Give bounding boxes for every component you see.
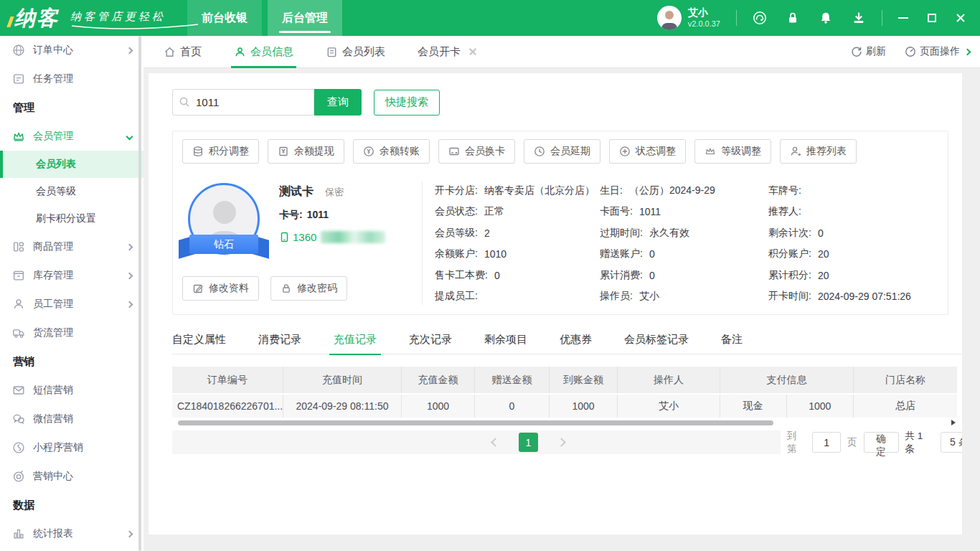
level-adjust-button[interactable]: 等级调整 (694, 139, 771, 164)
tab-member-list[interactable]: 会员列表 (326, 36, 385, 68)
main-content: 查询 快捷搜索 积分调整 余额提现 余额转账 会 (143, 68, 980, 551)
edit-profile-button[interactable]: 修改资料 (182, 276, 259, 301)
button-label: 会员换卡 (465, 145, 505, 158)
confirm-button[interactable]: 确定 (864, 432, 899, 453)
sidebar-item-card-points-setting[interactable]: 刷卡积分设置 (0, 205, 143, 232)
topbar-icons (753, 11, 866, 25)
sidebar-item-wechat-marketing[interactable]: 微信营销 (0, 405, 143, 433)
info-field: 推荐人: (768, 202, 942, 223)
card-icon (448, 146, 460, 157)
tab-custom-attributes[interactable]: 自定义属性 (172, 326, 226, 354)
tab-front-cashier[interactable]: 前台收银 (187, 0, 262, 36)
tab-consume-records[interactable]: 消费记录 (258, 326, 301, 354)
tab-member-info[interactable]: 会员信息 (234, 36, 293, 68)
tab-coupons[interactable]: 优惠券 (560, 326, 592, 354)
tab-remarks[interactable]: 备注 (721, 326, 743, 354)
sidebar-item-miniapp-marketing[interactable]: 小程序营销 (0, 433, 143, 462)
sidebar-item-member-manage[interactable]: 会员管理 (0, 122, 143, 151)
user-info[interactable]: 艾小 v2.0.0.37 (657, 6, 720, 30)
tab-remaining-items[interactable]: 剩余项目 (484, 326, 527, 354)
sidebar-item-goods-manage[interactable]: 商品管理 (0, 232, 143, 261)
sidebar-item-partial[interactable] (0, 548, 143, 551)
sidebar-item-inventory-manage[interactable]: 库存管理 (0, 261, 143, 290)
member-card-swap-button[interactable]: 会员换卡 (438, 139, 515, 164)
page-ops-button[interactable]: 页面操作 (905, 45, 970, 58)
sidebar-item-sms-marketing[interactable]: 短信营销 (0, 376, 143, 405)
cell-operator: 艾小 (618, 395, 720, 418)
info-field: 卡面号:1011 (600, 202, 768, 223)
refresh-icon (851, 46, 862, 57)
query-button[interactable]: 查询 (314, 89, 362, 116)
balance-withdraw-button[interactable]: 余额提现 (268, 139, 344, 164)
lock-icon[interactable] (786, 11, 800, 25)
tab-member-open-card[interactable]: 会员开卡 (418, 36, 476, 68)
phone-icon (279, 232, 290, 242)
info-field: 提成员工: (435, 286, 600, 308)
download-icon[interactable] (852, 11, 866, 25)
chevron-right-icon (126, 243, 133, 250)
sidebar-item-staff-manage[interactable]: 员工管理 (0, 290, 143, 319)
scrollbar-right-arrow[interactable] (951, 420, 956, 425)
support-icon[interactable] (753, 11, 767, 25)
maximize-button[interactable] (928, 14, 936, 22)
member-icon (234, 46, 246, 58)
prev-page-icon[interactable] (491, 438, 500, 447)
close-button[interactable] (956, 13, 966, 23)
sidebar-item-member-list[interactable]: 会员列表 (0, 151, 143, 178)
sidebar-scrollbar[interactable] (138, 36, 141, 551)
app-tagline: 纳客管店更轻松 (70, 10, 166, 31)
search-input[interactable] (172, 89, 314, 116)
quick-search-button[interactable]: 快捷搜索 (374, 90, 440, 116)
edit-password-button[interactable]: 修改密码 (270, 276, 347, 301)
close-tab-icon[interactable] (469, 48, 476, 55)
status-adjust-button[interactable]: 状态调整 (609, 139, 686, 164)
app-version: v2.0.0.37 (688, 19, 720, 29)
tagline-swoosh-icon (70, 24, 199, 31)
tab-times-records[interactable]: 充次记录 (409, 326, 452, 354)
info-field: 会员等级:2 (435, 222, 600, 244)
goods-icon (11, 240, 26, 254)
minimize-button[interactable] (898, 17, 908, 19)
cell-payment-info: 现金 1000 (720, 395, 854, 418)
referral-list-button[interactable]: 推荐列表 (780, 139, 857, 164)
sidebar-item-label: 营销中心 (33, 470, 73, 483)
balance-transfer-button[interactable]: 余额转账 (353, 139, 430, 164)
info-field: 累计积分:20 (768, 265, 942, 286)
scrollbar-thumb[interactable] (178, 420, 773, 425)
member-action-buttons: 积分调整 余额提现 余额转账 会员换卡 会员延期 (173, 131, 948, 164)
clock-icon (534, 146, 545, 157)
current-page[interactable]: 1 (519, 433, 538, 452)
sidebar-item-order-center[interactable]: 订单中心 (0, 36, 143, 65)
button-label: 状态调整 (636, 145, 676, 158)
crown-icon (11, 129, 26, 143)
pager-controls: 到第 页 确定 共 1 条 5 条/页 (787, 430, 962, 454)
table-row[interactable]: CZ184018266226701... 2024-09-29 08:11:50… (172, 393, 957, 418)
profile-buttons: 修改资料 修改密码 (182, 276, 347, 301)
sidebar-item-marketing-center[interactable]: 营销中心 (0, 462, 143, 491)
divider (422, 182, 423, 305)
page-size-select[interactable]: 5 条/页 (941, 432, 962, 453)
sidebar-item-member-level[interactable]: 会员等级 (0, 178, 143, 205)
member-panel: 积分调整 余额提现 余额转账 会员换卡 会员延期 (172, 131, 948, 315)
col-received-amount: 到账金额 (550, 367, 618, 393)
tab-member-tag-records[interactable]: 会员标签记录 (624, 326, 689, 354)
sidebar-item-label: 会员管理 (33, 130, 73, 143)
sidebar-item-logistics-manage[interactable]: 货流管理 (0, 319, 143, 347)
sidebar-item-task-manage[interactable]: 任务管理 (0, 65, 143, 93)
sidebar-item-statistics-report[interactable]: 统计报表 (0, 519, 143, 548)
points-adjust-button[interactable]: 积分调整 (182, 139, 259, 164)
member-phone[interactable]: 1360 (279, 231, 423, 243)
tab-backend-manage[interactable]: 后台管理 (268, 0, 342, 36)
member-extend-button[interactable]: 会员延期 (524, 139, 600, 164)
button-label: 会员延期 (550, 145, 590, 158)
refresh-button[interactable]: 刷新 (851, 45, 886, 58)
tasks-icon (11, 72, 26, 86)
goto-page-input[interactable] (812, 432, 841, 453)
tab-home[interactable]: 首页 (164, 36, 202, 68)
tab-recharge-records[interactable]: 充值记录 (334, 326, 377, 354)
bell-icon[interactable] (819, 11, 833, 25)
next-page-icon[interactable] (557, 438, 566, 447)
page-ops-label: 页面操作 (920, 45, 960, 58)
info-field: 车牌号: (768, 180, 942, 202)
chevron-right-icon (126, 272, 133, 279)
